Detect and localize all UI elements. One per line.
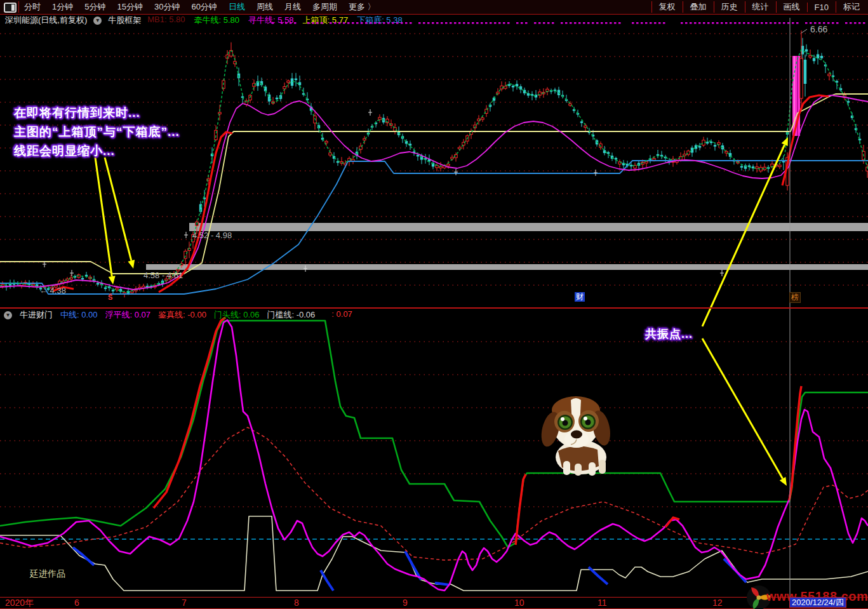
tool-button-0[interactable]: 复权	[651, 1, 683, 13]
resonance-annotation: 共振点...	[645, 325, 693, 344]
main-indicator-lines	[0, 50, 868, 294]
sub-indicator-field-5: : 0.07	[331, 309, 352, 321]
trading-app-window: 分时1分钟5分钟15分钟30分钟60分钟日线周线月线多周期更多 〉 复权叠加历史…	[0, 0, 868, 609]
tool-button-4[interactable]: 画线	[776, 1, 807, 13]
main-annotation-line1: 在即将有行情到来时...	[14, 104, 180, 123]
panel-separator	[0, 307, 868, 309]
signal-highlight-bar	[792, 56, 800, 136]
sub-indicator-field-1: 浮平线: 0.07	[105, 309, 151, 321]
bang-badge: 榜	[789, 292, 801, 303]
axis-year-label: 2020年	[5, 598, 34, 609]
menu-item-7[interactable]: 周线	[257, 1, 273, 13]
menu-item-6[interactable]: 日线	[229, 1, 245, 13]
menu-item-1[interactable]: 1分钟	[52, 1, 73, 13]
tool-button-5[interactable]: F10	[807, 3, 836, 12]
axis-month-9: 9	[403, 598, 408, 608]
stock-title: 深圳能源(日线,前复权)	[5, 15, 87, 26]
sub-chart-header: ▾ 牛进财门 中线: 0.00浮平线: 0.07鉴真线: -0.00门头线: 0…	[0, 310, 352, 320]
top-menu-bar: 分时1分钟5分钟15分钟30分钟60分钟日线周线月线多周期更多 〉 复权叠加历史…	[0, 0, 868, 15]
main-annotation: 在即将有行情到来时... 主图的“上箱顶”与“下箱底”... 线距会明显缩小..…	[14, 104, 180, 161]
main-annotation-line2: 主图的“上箱顶”与“下箱底”...	[14, 123, 180, 142]
collapse-icon[interactable]: ▾	[93, 17, 102, 25]
tool-button-1[interactable]: 叠加	[683, 1, 714, 13]
cai-badge: 财	[575, 292, 585, 302]
sub-indicator-field-0: 中线: 0.00	[60, 309, 98, 321]
box-range-label-2: 4.58 - 4.61	[144, 271, 183, 280]
menu-item-10[interactable]: 更多 〉	[349, 1, 376, 13]
puppy-image	[537, 387, 617, 476]
menu-item-0[interactable]: 分时	[24, 1, 41, 13]
sub-indicator-field-2: 鉴真线: -0.00	[158, 309, 206, 321]
axis-month-10: 10	[514, 598, 524, 608]
period-menu: 分时1分钟5分钟15分钟30分钟60分钟日线周线月线多周期更多 〉	[24, 0, 376, 14]
sub-indicator-field-3: 门头线: 0.06	[214, 309, 260, 321]
low-price-label: ← 4.38	[39, 286, 66, 295]
main-indicator-field-3: 上箱顶: 5.77	[303, 15, 349, 26]
axis-month-7: 7	[182, 598, 187, 608]
indicator-values: MB1: 5.80牵牛线: 5.80寻牛线: 5.58上箱顶: 5.77下箱底:…	[147, 15, 402, 26]
sub-indicator-name: 牛进财门	[20, 309, 53, 321]
collapse-icon[interactable]: ▾	[4, 311, 12, 319]
tool-button-3[interactable]: 统计	[745, 1, 776, 13]
sub-gridlines	[0, 342, 868, 539]
menu-item-8[interactable]: 月线	[284, 1, 301, 13]
main-indicator-field-2: 寻牛线: 5.58	[248, 15, 294, 26]
menu-item-9[interactable]: 多周期	[312, 1, 337, 13]
axis-month-12: 12	[712, 598, 723, 608]
window-icon[interactable]	[4, 3, 17, 13]
menu-item-4[interactable]: 30分钟	[154, 1, 180, 13]
cursor-date-box: 2020/12/24/四	[789, 597, 846, 608]
main-indicator-field-0: MB1: 5.80	[147, 15, 185, 26]
main-annotation-line3: 线距会明显缩小...	[14, 142, 180, 161]
sub-indicator-lines	[0, 318, 868, 591]
axis-month-8: 8	[294, 598, 299, 608]
sub-indicator-values: 中线: 0.00浮平线: 0.07鉴真线: -0.00门头线: 0.06门槛线:…	[60, 309, 352, 321]
author-signature: 廷进作品	[30, 568, 65, 580]
feature-candles	[786, 30, 806, 191]
main-indicator-field-4: 下箱底: 5.38	[357, 15, 403, 26]
indicator-name: 牛股框架	[108, 15, 141, 26]
main-candles	[1, 38, 868, 297]
menu-item-2[interactable]: 5分钟	[84, 1, 105, 13]
menu-item-5[interactable]: 60分钟	[191, 1, 217, 13]
main-indicator-field-1: 牵牛线: 5.80	[194, 15, 240, 26]
tool-button-6[interactable]: 标记	[836, 1, 867, 13]
axis-month-11: 11	[598, 598, 607, 608]
tools-menu: 复权叠加历史统计画线F10标记	[651, 0, 867, 14]
time-axis[interactable]: 2020年 6789101112	[0, 597, 868, 609]
sub-indicator-field-4: 门槛线: -0.06	[267, 309, 315, 321]
main-chart-header: 深圳能源(日线,前复权) ▾ 牛股框架 MB1: 5.80牵牛线: 5.80寻牛…	[0, 14, 868, 27]
chart-canvas	[0, 0, 868, 609]
signal-s-marker: Ŝ	[108, 293, 112, 301]
box-range-label-1: 4.52 - 4.98	[192, 231, 232, 240]
peak-price-label: 6.66	[810, 24, 827, 34]
menu-item-3[interactable]: 15分钟	[117, 1, 142, 13]
axis-month-6: 6	[74, 598, 79, 608]
box-bands	[146, 223, 868, 270]
tool-button-2[interactable]: 历史	[714, 1, 745, 13]
